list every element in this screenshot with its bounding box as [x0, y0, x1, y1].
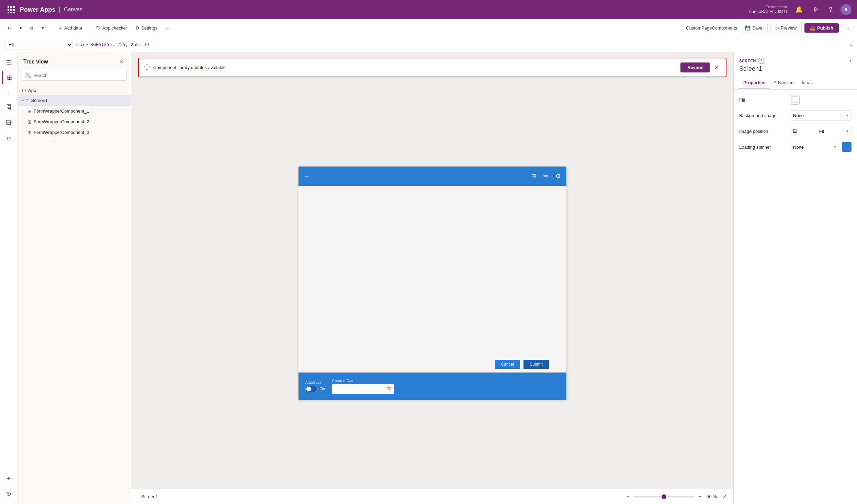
zoom-in-button[interactable]: +: [697, 492, 703, 501]
tree-item-app[interactable]: ⊡ App: [18, 85, 131, 95]
settings-button[interactable]: ⚙ Settings: [132, 23, 161, 33]
background-image-select[interactable]: None ▾: [790, 110, 852, 121]
bottom-screen-name: Screen1: [141, 494, 158, 499]
app-back-button[interactable]: ←: [304, 172, 311, 180]
toolbar-more-button[interactable]: ⋯: [842, 23, 853, 33]
undo-dropdown-button[interactable]: ▾: [16, 23, 25, 33]
waffle-button[interactable]: [5, 4, 16, 15]
zoom-out-button[interactable]: −: [625, 492, 631, 501]
ai-button[interactable]: ✦: [2, 472, 16, 485]
layers-button[interactable]: ⊞: [2, 71, 16, 84]
review-button[interactable]: Review: [680, 62, 710, 72]
app-cancel-button[interactable]: Cancel: [495, 359, 520, 369]
image-position-select[interactable]: 🖼 Fit ▾: [790, 126, 852, 136]
tree-item-screen1[interactable]: ▾ □ Screen1 ⋯: [18, 95, 131, 106]
fill-label: Fill: [739, 98, 787, 103]
top-nav-right: Environment AuroraBAPEnv0041f 🔔 ⚙ ? A: [749, 4, 852, 15]
date-input[interactable]: 📅: [332, 384, 394, 394]
tree-close-button[interactable]: ✕: [118, 57, 125, 66]
checker-icon: 🛡: [96, 25, 101, 31]
loading-spinner-control: None ▾: [790, 142, 852, 152]
copy-button[interactable]: ⧉: [27, 23, 37, 33]
data-button[interactable]: 🗄: [2, 101, 16, 115]
app-edit-icon[interactable]: ✏: [543, 172, 549, 180]
top-nav: Power Apps | Canvas Environment AuroraBA…: [0, 0, 857, 19]
preview-label: Preview: [781, 25, 797, 31]
main-layout: ☰ ⊞ ＋ 🗄 🖼 ⧈ ✦ ⊕ Tree view ✕ 🔍 ⊡ App ▾ □: [0, 52, 857, 504]
autosave-toggle[interactable]: [305, 386, 318, 392]
tab-advanced[interactable]: Advanced: [769, 77, 798, 89]
app-checker-button[interactable]: 🛡 App checker: [93, 23, 131, 33]
notification-close-button[interactable]: ✕: [713, 63, 720, 72]
tree-item-formwrapper1-label: FormWrapperComponent_1: [34, 108, 119, 114]
loading-spinner-color-swatch[interactable]: [842, 142, 852, 152]
tree-item-app-label: App: [28, 88, 127, 93]
right-panel-title: Screen1: [734, 64, 857, 77]
screen1-chevron: ▾: [22, 98, 24, 103]
background-image-row: Background image None ▾: [739, 110, 852, 121]
search-input[interactable]: [22, 70, 127, 81]
components-button[interactable]: ⧈: [2, 131, 16, 145]
calendar-icon: 📅: [386, 387, 391, 391]
toggle-container: On: [305, 386, 325, 392]
app-title: Power Apps: [20, 6, 55, 13]
user-avatar[interactable]: A: [841, 4, 852, 15]
loading-spinner-select[interactable]: None ▾: [790, 142, 839, 152]
add-data-label: Add data: [64, 25, 82, 31]
toolbar: ↩ ▾ ⧉ ▾ ＋ Add data 🛡 App checker ⚙ Setti…: [0, 19, 857, 37]
right-panel-expand-button[interactable]: ›: [850, 58, 852, 64]
tree-item-formwrapper1[interactable]: ⊞ FormWrapperComponent_1 ⋯: [18, 106, 131, 116]
tree-item-screen1-label: Screen1: [31, 98, 119, 103]
save-button[interactable]: 💾 Save: [740, 23, 768, 33]
formula-expand-button[interactable]: ⌄: [848, 41, 853, 48]
notification-icon: ⓘ: [144, 64, 150, 71]
publish-button[interactable]: 📤 Publish: [804, 23, 839, 33]
media-button[interactable]: 🖼: [2, 116, 16, 130]
right-panel-screen-tag: SCREEN: [739, 59, 756, 63]
toolbar-right: CustomPageComponents 💾 Save ▷ Preview 📤 …: [686, 23, 853, 33]
app-subtitle: Canvas: [64, 7, 82, 13]
autosave-label: AutoSave: [305, 380, 325, 385]
tab-properties[interactable]: Properties: [739, 77, 769, 89]
preview-icon: ▷: [776, 25, 779, 31]
help-button[interactable]: ?: [827, 4, 834, 15]
right-panel-help-button[interactable]: ?: [758, 58, 764, 64]
tree-item-formwrapper3[interactable]: ⊞ FormWrapperComponent_3 ⋯: [18, 127, 131, 138]
variables-button[interactable]: ⊕: [2, 487, 16, 501]
more-button[interactable]: ⋯: [162, 23, 173, 33]
preview-button[interactable]: ▷ Preview: [770, 23, 802, 33]
loading-spinner-label: Loading spinner: [739, 145, 787, 150]
environment-name: AuroraBAPEnv0041f: [749, 9, 787, 15]
right-panel-header: SCREEN ? ›: [734, 52, 857, 64]
search-icon: 🔍: [25, 73, 31, 78]
fullscreen-button[interactable]: ⤢: [721, 492, 728, 501]
undo-button[interactable]: ↩: [4, 23, 15, 33]
app-icon: ⊡: [22, 88, 26, 93]
notifications-button[interactable]: 🔔: [793, 4, 805, 15]
plus-icon: ＋: [58, 25, 63, 31]
equals-sign: =: [76, 42, 78, 47]
app-settings-icon[interactable]: ⚙: [555, 172, 561, 180]
image-position-label: Image position: [739, 129, 787, 134]
tree-item-formwrapper2[interactable]: ⊞ FormWrapperComponent_2 ⋯: [18, 116, 131, 127]
fill-color-swatch[interactable]: [790, 95, 800, 105]
zoom-slider[interactable]: [633, 496, 695, 497]
app-submit-button[interactable]: Submit: [523, 359, 549, 369]
property-selector[interactable]: Fill: [4, 40, 73, 49]
right-panel-content: Fill Background image None ▾: [734, 90, 857, 158]
insert-button[interactable]: ＋: [2, 86, 16, 100]
settings-icon-button[interactable]: ⚙: [811, 4, 821, 15]
canvas-screen: ← ⊞ ✏ ⚙ Cancel Submit Au: [298, 167, 566, 400]
tab-ideas[interactable]: Ideas: [798, 77, 817, 89]
search-box: 🔍: [22, 70, 127, 81]
menu-toggle-button[interactable]: ☰: [2, 56, 16, 69]
app-filter-icon[interactable]: ⊞: [531, 172, 537, 180]
environment-info: Environment AuroraBAPEnv0041f: [749, 4, 787, 15]
copy-dropdown-button[interactable]: ▾: [38, 23, 47, 33]
formula-input[interactable]: [90, 40, 846, 49]
component2-icon: ⊞: [27, 119, 32, 125]
fill-property-row: Fill: [739, 95, 852, 105]
toolbar-divider-2: [89, 23, 89, 33]
add-data-button[interactable]: ＋ Add data: [55, 23, 86, 33]
created-date-field: Created Date 📅: [332, 379, 394, 394]
